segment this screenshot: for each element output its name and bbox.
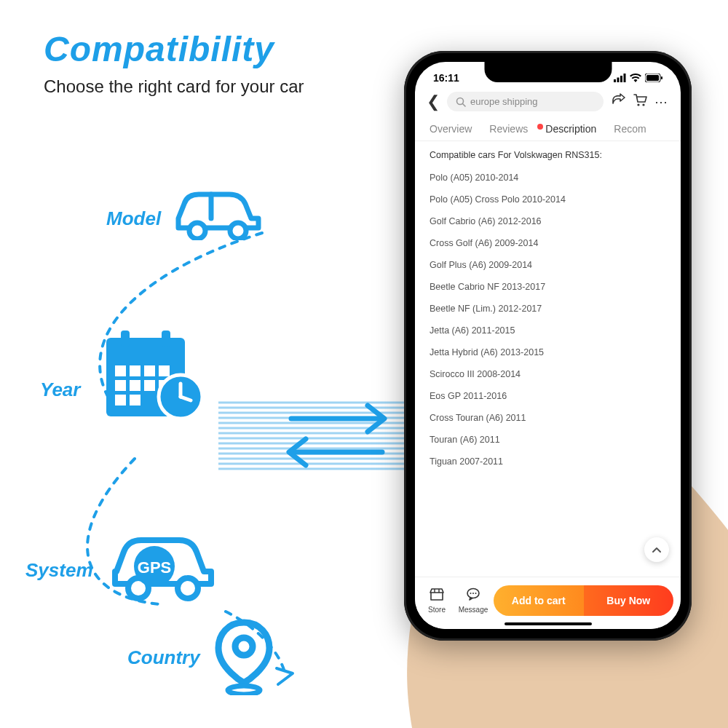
chevron-up-icon — [652, 546, 662, 553]
search-input[interactable]: europe shipping — [447, 92, 604, 111]
label-year: Year — [40, 379, 80, 401]
label-country: Country — [127, 646, 200, 669]
svg-point-49 — [642, 103, 644, 106]
svg-rect-30 — [162, 331, 170, 347]
phone-screen: 16:11 ❮ europe shipping ⋯ Overview Rev — [415, 62, 681, 629]
message-button[interactable]: Message — [457, 587, 489, 614]
back-button[interactable]: ❮ — [427, 92, 440, 111]
scroll-top-button[interactable] — [644, 537, 669, 562]
svg-rect-27 — [115, 395, 126, 405]
svg-rect-44 — [646, 75, 659, 81]
battery-icon — [645, 74, 662, 82]
svg-rect-20 — [130, 365, 141, 376]
store-icon — [430, 587, 444, 604]
svg-rect-28 — [130, 395, 141, 405]
svg-rect-29 — [121, 331, 130, 347]
search-row: ❮ europe shipping ⋯ — [415, 87, 681, 116]
svg-rect-41 — [620, 76, 622, 82]
svg-rect-22 — [159, 365, 170, 376]
buy-now-button[interactable]: Buy Now — [584, 585, 674, 616]
svg-point-53 — [470, 593, 472, 594]
tab-reviews[interactable]: Reviews — [489, 123, 528, 135]
store-label: Store — [428, 606, 446, 614]
page-subtitle: Choose the right card for your car — [44, 76, 304, 97]
car-gps-icon: GPS — [109, 531, 215, 604]
list-item: Jetta Hybrid (A6) 2013-2015 — [430, 347, 666, 358]
signal-icon — [614, 74, 626, 82]
page-title: Compatibility — [44, 29, 274, 69]
list-item: Polo (A05) Cross Polo 2010-2014 — [430, 194, 666, 205]
svg-point-35 — [178, 578, 198, 598]
tab-description-label: Description — [545, 123, 596, 135]
message-icon — [466, 587, 480, 604]
list-item: Beetle Cabrio NF 2013-2017 — [430, 282, 666, 293]
svg-rect-23 — [115, 380, 126, 391]
tab-overview[interactable]: Overview — [430, 123, 472, 135]
svg-rect-24 — [130, 380, 141, 391]
more-icon[interactable]: ⋯ — [654, 94, 669, 110]
wifi-icon — [630, 74, 641, 82]
store-button[interactable]: Store — [421, 587, 453, 614]
bottom-bar: Store Message Add to cart Buy Now — [415, 577, 681, 629]
svg-rect-19 — [115, 365, 126, 376]
message-label: Message — [459, 606, 488, 614]
svg-line-47 — [463, 103, 466, 106]
list-item: Cross Touran (A6) 2011 — [430, 413, 666, 424]
svg-rect-42 — [624, 74, 626, 82]
svg-point-38 — [228, 686, 260, 695]
svg-point-16 — [230, 223, 246, 239]
list-item: Scirocco III 2008-2014 — [430, 369, 666, 380]
svg-rect-45 — [661, 76, 662, 79]
svg-rect-40 — [617, 77, 620, 82]
list-item: Tiguan 2007-2011 — [430, 456, 666, 467]
list-item: Eos GP 2011-2016 — [430, 391, 666, 402]
car-icon — [171, 186, 266, 240]
add-to-cart-button[interactable]: Add to cart — [494, 585, 584, 616]
cart-icon[interactable] — [633, 92, 647, 111]
share-icon[interactable] — [611, 93, 625, 110]
list-item: Jetta (A6) 2011-2015 — [430, 325, 666, 336]
svg-point-48 — [637, 103, 639, 106]
tab-description[interactable]: Description — [545, 123, 596, 135]
list-item: Golf Plus (A6) 2009-2014 — [430, 260, 666, 271]
list-item: Cross Golf (A6) 2009-2014 — [430, 238, 666, 249]
phone-mockup: 16:11 ❮ europe shipping ⋯ Overview Rev — [404, 51, 692, 641]
svg-rect-21 — [144, 365, 155, 376]
label-system: System — [25, 559, 93, 582]
tab-bar: Overview Reviews Description Recom — [415, 116, 681, 141]
list-item: Beetle NF (Lim.) 2012-2017 — [430, 304, 666, 314]
list-item: Golf Cabrio (A6) 2012-2016 — [430, 216, 666, 227]
action-pill: Add to cart Buy Now — [494, 585, 673, 616]
svg-point-55 — [475, 593, 477, 594]
phone-notch — [484, 62, 612, 82]
svg-point-37 — [235, 638, 253, 655]
list-item: Touran (A6) 2011 — [430, 435, 666, 446]
svg-point-54 — [472, 593, 474, 594]
description-content[interactable]: Compatible cars For Volskwagen RNS315: P… — [415, 141, 681, 563]
gps-badge-text: GPS — [138, 558, 171, 577]
content-header: Compatible cars For Volskwagen RNS315: — [430, 150, 666, 161]
pin-icon — [215, 619, 273, 695]
home-indicator — [505, 622, 592, 625]
status-time: 16:11 — [433, 72, 459, 84]
search-icon — [456, 97, 466, 107]
search-placeholder: europe shipping — [470, 96, 538, 107]
list-item: Polo (A05) 2010-2014 — [430, 173, 666, 183]
svg-point-15 — [189, 223, 205, 239]
calendar-clock-icon — [102, 328, 207, 422]
svg-rect-25 — [144, 380, 155, 391]
label-model: Model — [106, 207, 161, 230]
svg-rect-39 — [614, 79, 616, 82]
tab-recommend[interactable]: Recom — [614, 123, 646, 135]
